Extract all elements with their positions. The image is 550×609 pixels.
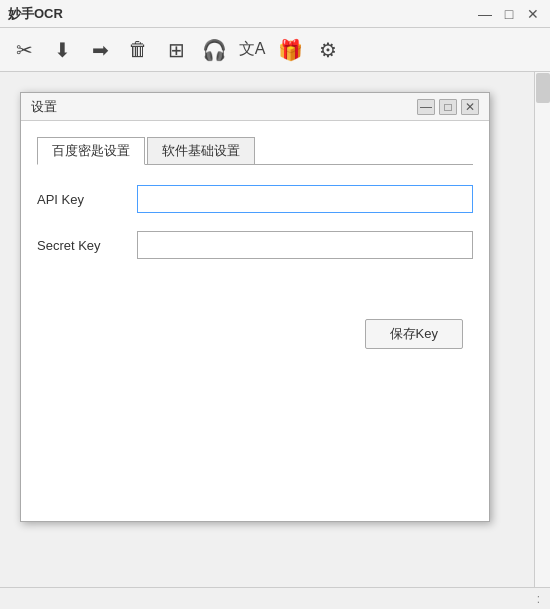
translate-icon[interactable]: 文A [236, 34, 268, 66]
scrollbar-thumb[interactable] [536, 73, 550, 103]
settings-dialog: 设置 — □ ✕ 百度密匙设置 软件基础设置 [20, 92, 490, 522]
scissors-icon[interactable]: ✂ [8, 34, 40, 66]
trash-icon[interactable]: 🗑 [122, 34, 154, 66]
dialog-body: 百度密匙设置 软件基础设置 API Key Secret Key [21, 121, 489, 365]
secret-key-input[interactable] [137, 231, 473, 259]
toolbar: ✂ ⬇ ➡ 🗑 ⊞ 🎧 文A 🎁 ⚙ [0, 28, 550, 72]
api-key-input[interactable] [137, 185, 473, 213]
app-close-button[interactable]: ✕ [524, 5, 542, 23]
secret-key-row: Secret Key [37, 231, 473, 259]
dialog-close-button[interactable]: ✕ [461, 99, 479, 115]
app-window-controls: — □ ✕ [476, 5, 542, 23]
scrollbar-track[interactable] [534, 72, 550, 587]
app-title: 妙手OCR [8, 5, 63, 23]
app-maximize-button[interactable]: □ [500, 5, 518, 23]
dialog-title: 设置 [31, 98, 57, 116]
dialog-minimize-button[interactable]: — [417, 99, 435, 115]
settings-icon[interactable]: ⚙ [312, 34, 344, 66]
bottom-bar-text: : [537, 592, 540, 606]
dialog-area: 设置 — □ ✕ 百度密匙设置 软件基础设置 [0, 72, 534, 587]
tab-baidu-key[interactable]: 百度密匙设置 [37, 137, 145, 165]
headphone-icon[interactable]: 🎧 [198, 34, 230, 66]
dialog-window-controls: — □ ✕ [417, 99, 479, 115]
button-row: 保存Key [37, 319, 473, 349]
save-key-button[interactable]: 保存Key [365, 319, 463, 349]
api-key-row: API Key [37, 185, 473, 213]
api-key-label: API Key [37, 192, 137, 207]
download-icon[interactable]: ⬇ [46, 34, 78, 66]
grid-icon[interactable]: ⊞ [160, 34, 192, 66]
bottom-bar: : [0, 587, 550, 609]
main-area: 设置 — □ ✕ 百度密匙设置 软件基础设置 [0, 72, 550, 587]
app-minimize-button[interactable]: — [476, 5, 494, 23]
secret-key-label: Secret Key [37, 238, 137, 253]
export-icon[interactable]: ➡ [84, 34, 116, 66]
settings-tabs: 百度密匙设置 软件基础设置 [37, 137, 473, 165]
dialog-maximize-button[interactable]: □ [439, 99, 457, 115]
gift-icon[interactable]: 🎁 [274, 34, 306, 66]
app-title-bar: 妙手OCR — □ ✕ [0, 0, 550, 28]
dialog-title-bar: 设置 — □ ✕ [21, 93, 489, 121]
tab-software-settings[interactable]: 软件基础设置 [147, 137, 255, 164]
